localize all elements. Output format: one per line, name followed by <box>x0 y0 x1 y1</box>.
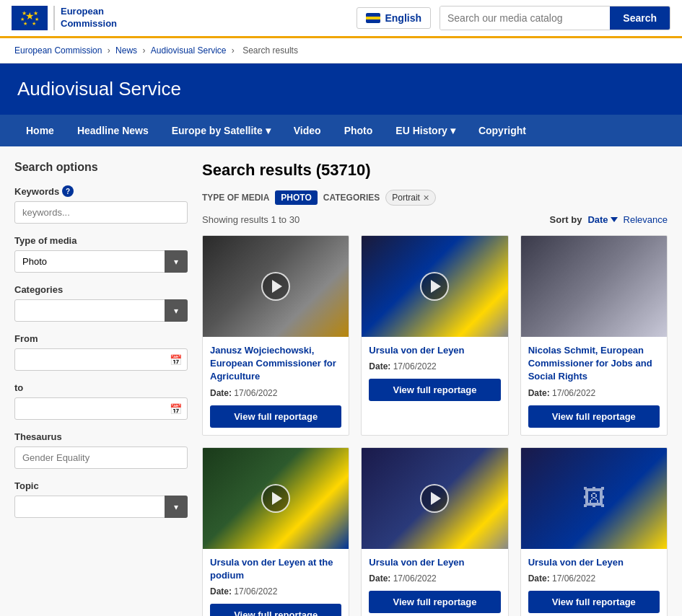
card-body-5: Ursula von der Leyen Date: 17/06/2022 Vi… <box>362 549 507 616</box>
image-placeholder-icon: 🖼 <box>582 485 606 511</box>
view-reportage-button-6[interactable]: View full reportage <box>528 591 660 613</box>
nav-item-home[interactable]: Home <box>14 115 66 146</box>
type-of-media-label: Type of media <box>14 235 188 246</box>
card-title-1: Janusz Wojciechowski, European Commissio… <box>210 344 341 384</box>
breadcrumb-item-ec[interactable]: European Commission <box>14 45 102 56</box>
view-reportage-button-4[interactable]: View full reportage <box>210 604 341 616</box>
image-grid: Janusz Wojciechowski, European Commissio… <box>202 235 668 616</box>
view-reportage-button-3[interactable]: View full reportage <box>528 405 660 428</box>
nav-item-headline-news[interactable]: Headline News <box>66 115 160 146</box>
sort-triangle-icon <box>611 217 618 222</box>
image-card-1: Janusz Wojciechowski, European Commissio… <box>202 235 349 436</box>
play-button[interactable] <box>261 272 290 301</box>
keywords-input[interactable] <box>14 201 188 224</box>
svg-text:★: ★ <box>22 10 27 17</box>
card-thumbnail-1[interactable] <box>203 236 349 337</box>
language-button[interactable]: English <box>357 7 431 29</box>
card-body-3: Nicolas Schmit, European Commissioner fo… <box>521 337 667 435</box>
svg-text:★: ★ <box>33 10 38 17</box>
filter-category-value: Portrait <box>392 193 420 203</box>
sort-area: Sort by Date Relevance <box>550 214 668 225</box>
chevron-down-icon-eu: ▾ <box>450 125 455 136</box>
breadcrumb-item-news[interactable]: News <box>115 45 137 56</box>
nav-item-copyright[interactable]: Copyright <box>467 115 538 146</box>
card-thumbnail-6[interactable]: 🖼 <box>521 448 667 549</box>
card-body-6: Ursula von der Leyen Date: 17/06/2022 Vi… <box>521 549 667 616</box>
view-reportage-button-2[interactable]: View full reportage <box>369 379 500 401</box>
nav-item-eu-history[interactable]: EU History ▾ <box>384 115 467 146</box>
search-box: Search <box>440 6 670 30</box>
categories-select-wrapper: Portrait ▾ <box>14 299 188 322</box>
type-of-media-select-wrapper: Photo Video All ▾ <box>14 250 188 273</box>
thesaurus-input[interactable] <box>14 446 188 469</box>
sidebar-title: Search options <box>14 161 188 174</box>
logo-area: ★ ★ ★ ★ ★ ★ ★ European Commission <box>12 6 117 30</box>
sort-relevance-button[interactable]: Relevance <box>624 214 668 225</box>
view-reportage-button-5[interactable]: View full reportage <box>369 591 500 613</box>
thesaurus-label: Thesaurus <box>14 431 188 442</box>
svg-text:★: ★ <box>32 21 36 26</box>
nav-item-photo[interactable]: Photo <box>333 115 385 146</box>
filter-row: TYPE OF MEDIA PHOTO CATEGORIES Portrait … <box>202 190 668 206</box>
card-date-1: Date: 17/06/2022 <box>210 388 341 398</box>
nav-item-video[interactable]: Video <box>282 115 333 146</box>
view-reportage-button-1[interactable]: View full reportage <box>210 405 341 428</box>
search-input[interactable] <box>440 6 610 30</box>
card-thumbnail-4[interactable] <box>203 448 349 549</box>
page-title: Audiovisual Service <box>17 78 665 100</box>
image-card-2: Ursula von der Leyen Date: 17/06/2022 Vi… <box>361 235 508 436</box>
results-info-row: Showing results 1 to 30 Sort by Date Rel… <box>202 214 668 225</box>
from-date-wrapper: 📅 <box>14 348 188 371</box>
top-header: ★ ★ ★ ★ ★ ★ ★ European Commission Englis… <box>0 0 682 38</box>
topic-label: Topic <box>14 480 188 491</box>
card-thumbnail-5[interactable] <box>362 448 507 549</box>
main-content: Search options Keywords ? Type of media … <box>0 146 682 616</box>
sidebar: Search options Keywords ? Type of media … <box>14 161 188 616</box>
breadcrumb-separator: › <box>108 45 113 56</box>
chevron-down-icon: ▾ <box>266 125 271 136</box>
categories-select[interactable]: Portrait <box>14 299 188 322</box>
nav-item-europe-by-satellite[interactable]: Europe by Satellite ▾ <box>160 115 282 146</box>
keywords-help-icon[interactable]: ? <box>62 185 74 197</box>
card-thumbnail-3[interactable] <box>521 236 667 337</box>
search-button[interactable]: Search <box>610 6 670 30</box>
breadcrumb-item-avs[interactable]: Audiovisual Service <box>151 45 227 56</box>
topic-select[interactable] <box>14 496 188 518</box>
breadcrumb-item-current: Search results <box>242 45 298 56</box>
image-card-3: Nicolas Schmit, European Commissioner fo… <box>520 235 668 436</box>
play-button[interactable] <box>420 272 449 301</box>
card-date-3: Date: 17/06/2022 <box>528 388 660 398</box>
from-date-input[interactable] <box>14 348 188 371</box>
image-card-5: Ursula von der Leyen Date: 17/06/2022 Vi… <box>361 447 508 616</box>
results-title: Search results (53710) <box>202 161 668 180</box>
filter-type-tag[interactable]: PHOTO <box>275 190 317 205</box>
categories-label: Categories <box>14 284 188 295</box>
filter-type-label: TYPE OF MEDIA <box>202 193 269 203</box>
play-button[interactable] <box>420 484 449 513</box>
to-date-input[interactable] <box>14 397 188 420</box>
sort-label: Sort by <box>550 214 582 225</box>
type-of-media-select[interactable]: Photo Video All <box>14 250 188 273</box>
to-date-wrapper: 📅 <box>14 397 188 420</box>
image-card-6: 🖼 Ursula von der Leyen Date: 17/06/2022 … <box>520 447 668 616</box>
card-thumbnail-2[interactable] <box>362 236 507 337</box>
filter-categories-tag[interactable]: Portrait ✕ <box>385 190 436 206</box>
showing-results-text: Showing results 1 to 30 <box>202 214 300 225</box>
card-date-4: Date: 17/06/2022 <box>210 586 341 597</box>
card-date-5: Date: 17/06/2022 <box>369 573 500 584</box>
remove-filter-icon[interactable]: ✕ <box>423 193 429 203</box>
keywords-label: Keywords ? <box>14 185 188 197</box>
main-nav: Home Headline News Europe by Satellite ▾… <box>0 115 682 146</box>
card-title-6: Ursula von der Leyen <box>528 556 660 569</box>
breadcrumb-separator: › <box>232 45 237 56</box>
card-body-2: Ursula von der Leyen Date: 17/06/2022 Vi… <box>362 337 507 408</box>
sort-date-button[interactable]: Date <box>587 214 617 225</box>
from-label: From <box>14 333 188 344</box>
breadcrumb-separator: › <box>142 45 147 56</box>
card-body-1: Janusz Wojciechowski, European Commissio… <box>203 337 349 435</box>
card-body-4: Ursula von der Leyen at the podium Date:… <box>203 549 349 616</box>
language-label: English <box>385 12 421 24</box>
lang-flag-icon <box>366 13 380 23</box>
eu-flag-logo: ★ ★ ★ ★ ★ ★ ★ <box>12 6 48 30</box>
play-button[interactable] <box>261 484 290 513</box>
